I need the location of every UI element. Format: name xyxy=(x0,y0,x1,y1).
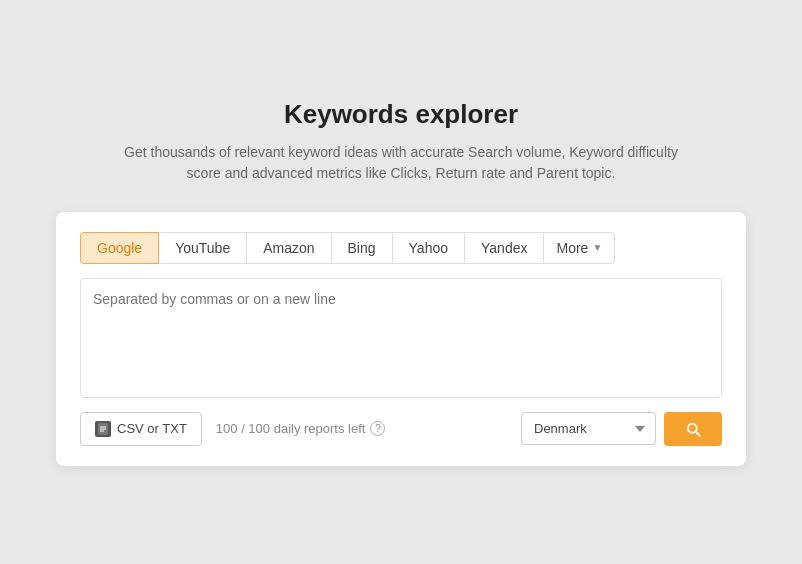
csv-upload-button[interactable]: CSV or TXT xyxy=(80,412,202,446)
tab-google[interactable]: Google xyxy=(80,232,159,264)
tab-yandex[interactable]: Yandex xyxy=(464,232,544,264)
file-icon xyxy=(95,421,111,437)
csv-label: CSV or TXT xyxy=(117,421,187,436)
tab-more-label: More xyxy=(556,240,588,256)
tab-bing[interactable]: Bing xyxy=(331,232,393,264)
country-select[interactable]: Denmark United States United Kingdom Ger… xyxy=(521,412,656,445)
page-subtitle: Get thousands of relevant keyword ideas … xyxy=(121,142,681,184)
search-button[interactable] xyxy=(664,412,722,446)
reports-left-count: 100 / 100 daily reports left xyxy=(216,421,366,436)
tab-youtube[interactable]: YouTube xyxy=(158,232,247,264)
chevron-down-icon: ▼ xyxy=(592,242,602,253)
tab-amazon[interactable]: Amazon xyxy=(246,232,331,264)
bottom-left: CSV or TXT 100 / 100 daily reports left … xyxy=(80,412,385,446)
reports-left-text: 100 / 100 daily reports left ? xyxy=(216,421,386,436)
help-icon[interactable]: ? xyxy=(370,421,385,436)
page-wrapper: Keywords explorer Get thousands of relev… xyxy=(0,59,802,506)
keyword-textarea[interactable] xyxy=(93,291,709,381)
keyword-input-area[interactable] xyxy=(80,278,722,398)
search-icon xyxy=(684,420,702,438)
main-card: Google YouTube Amazon Bing Yahoo Yandex … xyxy=(56,212,746,466)
bottom-bar: CSV or TXT 100 / 100 daily reports left … xyxy=(80,412,722,446)
tab-more[interactable]: More ▼ xyxy=(543,232,615,264)
bottom-right: Denmark United States United Kingdom Ger… xyxy=(521,412,722,446)
page-title: Keywords explorer xyxy=(284,99,518,130)
tab-yahoo[interactable]: Yahoo xyxy=(392,232,465,264)
source-tabs: Google YouTube Amazon Bing Yahoo Yandex … xyxy=(80,232,722,264)
